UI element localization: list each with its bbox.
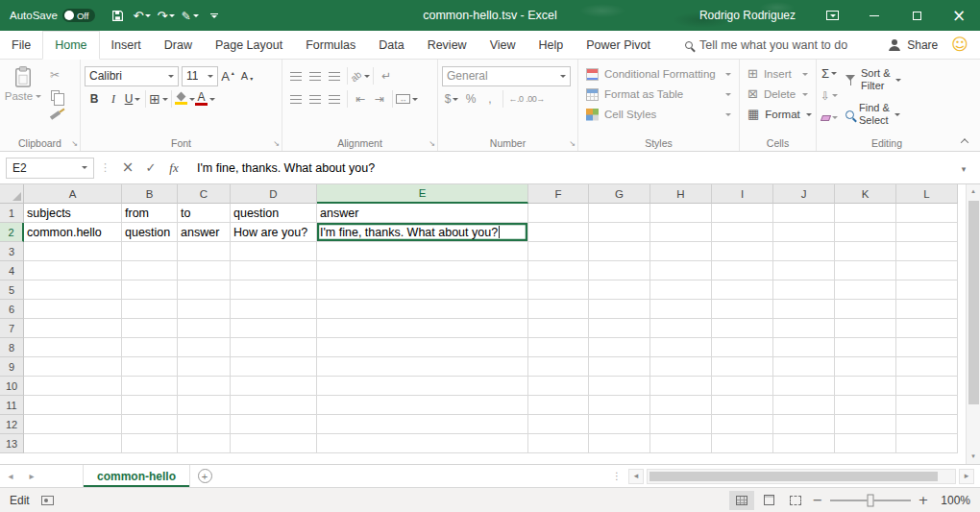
- cell-E11[interactable]: [317, 396, 528, 415]
- cell-E8[interactable]: [317, 338, 528, 357]
- cell-K4[interactable]: [835, 261, 896, 280]
- cell-G6[interactable]: [589, 300, 650, 319]
- cell-D12[interactable]: [231, 415, 317, 434]
- cell-G4[interactable]: [589, 261, 650, 280]
- cell-A2[interactable]: common.hello: [24, 223, 122, 242]
- cell-A1[interactable]: subjects: [24, 204, 122, 223]
- cell-C4[interactable]: [178, 261, 231, 280]
- row-header-1[interactable]: 1: [0, 204, 24, 223]
- draw-mode-button[interactable]: [180, 4, 201, 27]
- comma-style-button[interactable]: ,: [480, 89, 500, 110]
- cell-E1[interactable]: answer: [317, 204, 528, 223]
- cell-J4[interactable]: [773, 261, 835, 280]
- cell-E4[interactable]: [317, 261, 528, 280]
- cell-A8[interactable]: [24, 338, 122, 357]
- minimize-button[interactable]: [853, 0, 895, 31]
- cell-H3[interactable]: [650, 242, 712, 261]
- splitter-drag-dots[interactable]: [612, 472, 622, 481]
- vertical-scroll-thumb[interactable]: [968, 201, 979, 404]
- cell-I7[interactable]: [712, 319, 773, 338]
- cell-J2[interactable]: [773, 223, 835, 242]
- cell-J10[interactable]: [773, 377, 835, 396]
- tab-page-layout[interactable]: Page Layout: [204, 31, 294, 59]
- cut-button[interactable]: [43, 66, 66, 84]
- cell-L13[interactable]: [896, 434, 958, 453]
- column-header-H[interactable]: H: [650, 184, 712, 204]
- font-dialog-launcher[interactable]: [273, 139, 280, 148]
- cell-D3[interactable]: [231, 242, 317, 261]
- cell-E5[interactable]: [317, 280, 528, 300]
- cell-J13[interactable]: [773, 434, 835, 453]
- fill-button[interactable]: [820, 85, 839, 106]
- cell-B2[interactable]: question: [122, 223, 178, 242]
- cell-G12[interactable]: [589, 415, 650, 434]
- cell-F1[interactable]: [528, 204, 589, 223]
- insert-function-button[interactable]: fx: [162, 158, 185, 179]
- font-name-select[interactable]: Calibri: [85, 66, 179, 86]
- cancel-entry-button[interactable]: [116, 158, 139, 179]
- column-header-D[interactable]: D: [231, 184, 317, 204]
- cell-B10[interactable]: [122, 377, 178, 396]
- scroll-down-button[interactable]: [967, 450, 980, 464]
- page-break-view-button[interactable]: [783, 491, 808, 510]
- cell-L7[interactable]: [896, 319, 958, 338]
- cell-D4[interactable]: [231, 261, 317, 280]
- cell-I13[interactable]: [712, 434, 773, 453]
- align-center-button[interactable]: [306, 89, 325, 110]
- format-cells-button[interactable]: Format: [743, 105, 813, 124]
- tab-file[interactable]: File: [0, 31, 42, 59]
- cell-B11[interactable]: [122, 396, 178, 415]
- bold-button[interactable]: B: [85, 89, 104, 110]
- cell-D11[interactable]: [231, 396, 317, 415]
- font-color-button[interactable]: A: [195, 89, 215, 110]
- row-header-3[interactable]: 3: [0, 242, 24, 261]
- zoom-slider[interactable]: [830, 500, 911, 501]
- cell-F11[interactable]: [528, 396, 589, 415]
- align-right-button[interactable]: [325, 89, 344, 110]
- column-header-B[interactable]: B: [122, 184, 178, 204]
- cell-B13[interactable]: [122, 434, 178, 453]
- cell-F5[interactable]: [528, 280, 589, 300]
- horizontal-scrollbar[interactable]: [647, 469, 956, 484]
- row-header-11[interactable]: 11: [0, 396, 24, 415]
- cell-L11[interactable]: [896, 396, 958, 415]
- cell-J8[interactable]: [773, 338, 835, 357]
- cell-K8[interactable]: [835, 338, 896, 357]
- column-header-F[interactable]: F: [528, 184, 589, 204]
- cell-D2[interactable]: How are you?: [231, 223, 317, 242]
- cell-H11[interactable]: [650, 396, 712, 415]
- cell-E7[interactable]: [317, 319, 528, 338]
- column-header-J[interactable]: J: [773, 184, 835, 204]
- tab-draw[interactable]: Draw: [153, 31, 204, 59]
- cell-G3[interactable]: [589, 242, 650, 261]
- cell-D10[interactable]: [231, 377, 317, 396]
- increase-decimal-button[interactable]: ←.0: [506, 89, 526, 110]
- increase-font-size-button[interactable]: A: [218, 66, 237, 86]
- cell-C11[interactable]: [178, 396, 231, 415]
- cell-B9[interactable]: [122, 357, 178, 377]
- cell-A5[interactable]: [24, 280, 122, 300]
- delete-cells-button[interactable]: Delete: [743, 85, 813, 104]
- cell-B7[interactable]: [122, 319, 178, 338]
- tell-me-box[interactable]: Tell me what you want to do: [685, 31, 847, 59]
- cell-L10[interactable]: [896, 377, 958, 396]
- cell-I10[interactable]: [712, 377, 773, 396]
- accounting-format-button[interactable]: $: [442, 89, 461, 110]
- cell-K13[interactable]: [835, 434, 896, 453]
- column-header-I[interactable]: I: [712, 184, 773, 204]
- cell-L4[interactable]: [896, 261, 958, 280]
- zoom-out-button[interactable]: [809, 491, 826, 510]
- cell-H6[interactable]: [650, 300, 712, 319]
- middle-align-button[interactable]: [306, 66, 325, 86]
- cell-K12[interactable]: [835, 415, 896, 434]
- close-button[interactable]: [938, 0, 980, 31]
- autosave-toggle[interactable]: AutoSave Off: [10, 9, 95, 22]
- cell-L5[interactable]: [896, 280, 958, 300]
- cell-E13[interactable]: [317, 434, 528, 453]
- alignment-dialog-launcher[interactable]: [429, 139, 435, 148]
- cell-D8[interactable]: [231, 338, 317, 357]
- cell-L12[interactable]: [896, 415, 958, 434]
- cell-H12[interactable]: [650, 415, 712, 434]
- cell-C10[interactable]: [178, 377, 231, 396]
- vertical-scrollbar[interactable]: [966, 184, 980, 464]
